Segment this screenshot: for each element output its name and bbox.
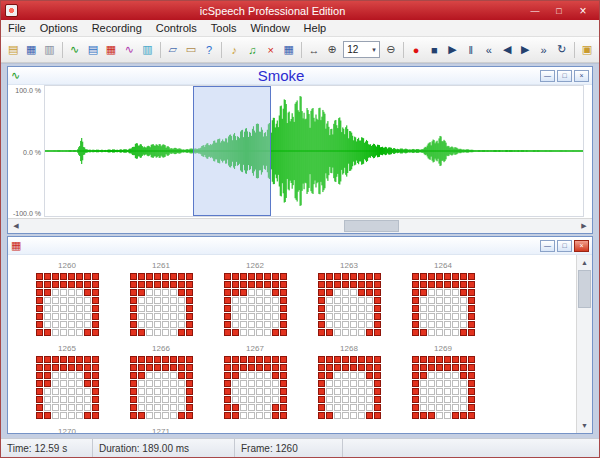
open-icon[interactable]: ▤ xyxy=(5,41,21,58)
epg-empty-cell xyxy=(68,372,75,379)
epg-frame[interactable]: 1266 xyxy=(114,344,208,419)
palatogram-close-button[interactable]: × xyxy=(574,240,589,252)
epg-contact-cell xyxy=(318,289,325,296)
status-frame: Frame: 1260 xyxy=(235,439,343,457)
epg-frame[interactable]: 1262 xyxy=(208,261,302,336)
minimize-button[interactable]: — xyxy=(523,2,547,19)
copy-icon[interactable]: ▱ xyxy=(165,41,181,58)
epg-frame[interactable]: 1261 xyxy=(114,261,208,336)
scroll-track[interactable] xyxy=(24,219,576,233)
waveform-window-titlebar: ∿ Smoke — □ × xyxy=(8,67,592,85)
title-bar: icSpeech Professional Edition — □ × xyxy=(1,1,599,20)
palatogram-maximize-button[interactable]: □ xyxy=(557,240,572,252)
scroll-left-button[interactable]: ◀ xyxy=(8,219,24,233)
menu-controls[interactable]: Controls xyxy=(149,21,204,35)
epg-empty-cell xyxy=(444,321,451,328)
epg-frame[interactable]: 1260 xyxy=(20,261,114,336)
save-icon[interactable]: ▦ xyxy=(23,41,39,58)
scroll-right-button[interactable]: ▶ xyxy=(576,219,592,233)
scroll-down-button[interactable]: ▼ xyxy=(577,418,592,433)
previous-frame-icon[interactable]: ◀ xyxy=(499,41,515,58)
epg-contact-cell xyxy=(186,396,193,403)
epg-frame[interactable]: 1263 xyxy=(302,261,396,336)
epg-empty-cell xyxy=(358,412,365,419)
pitch-display-icon[interactable]: ∿ xyxy=(121,41,137,58)
waveform-minimize-button[interactable]: — xyxy=(540,70,555,82)
close-button[interactable]: × xyxy=(571,2,595,19)
waveform-display-icon[interactable]: ∿ xyxy=(67,41,83,58)
waveform-icon: ∿ xyxy=(11,70,24,81)
epg-contact-cell xyxy=(52,356,59,363)
meter-display-icon[interactable]: ▥ xyxy=(139,41,155,58)
epg-empty-cell xyxy=(154,313,161,320)
epg-empty-cell xyxy=(170,388,177,395)
epg-contact-cell xyxy=(342,281,349,288)
menu-tools[interactable]: Tools xyxy=(204,21,244,35)
epg-frame[interactable]: 1264 xyxy=(396,261,490,336)
zoom-in-icon[interactable]: ⊕ xyxy=(324,41,340,58)
epg-empty-cell xyxy=(342,289,349,296)
epg-empty-cell xyxy=(264,404,271,411)
clear-icon[interactable]: × xyxy=(263,41,279,58)
waveform-maximize-button[interactable]: □ xyxy=(557,70,572,82)
waveform-selection[interactable] xyxy=(193,86,271,216)
epg-frame[interactable]: 1265 xyxy=(20,344,114,419)
epg-contact-cell xyxy=(162,281,169,288)
epg-empty-cell xyxy=(178,396,185,403)
epg-empty-cell xyxy=(326,313,333,320)
epg-empty-cell xyxy=(428,297,435,304)
epg-frame[interactable]: 1268 xyxy=(302,344,396,419)
play-icon[interactable]: ▶ xyxy=(444,41,460,58)
scroll-up-button[interactable]: ▲ xyxy=(577,255,592,270)
grid-icon[interactable]: ▦ xyxy=(281,41,297,58)
menu-recording[interactable]: Recording xyxy=(85,21,149,35)
menu-window[interactable]: Window xyxy=(243,21,296,35)
spectrogram-display-icon[interactable]: ▤ xyxy=(85,41,101,58)
print-icon[interactable]: ▥ xyxy=(41,41,57,58)
epg-empty-cell xyxy=(138,305,145,312)
epg-empty-cell xyxy=(428,396,435,403)
zoom-out-icon[interactable]: ⊖ xyxy=(383,41,399,58)
scroll-track[interactable] xyxy=(577,270,592,418)
epg-frame[interactable]: 1269 xyxy=(396,344,490,419)
epg-grid xyxy=(36,273,99,336)
epg-empty-cell xyxy=(342,372,349,379)
epg-empty-cell xyxy=(264,372,271,379)
play-audio-icon[interactable]: ♪ xyxy=(226,41,242,58)
menu-help[interactable]: Help xyxy=(297,21,334,35)
epg-contact-cell xyxy=(280,313,287,320)
epg-frame[interactable]: 1270 xyxy=(20,427,114,433)
epg-frame[interactable]: 1271 xyxy=(114,427,208,433)
scroll-thumb[interactable] xyxy=(578,270,591,308)
epg-empty-cell xyxy=(264,388,271,395)
menu-options[interactable]: Options xyxy=(33,21,85,35)
palatogram-display-icon[interactable]: ▦ xyxy=(103,41,119,58)
first-frame-icon[interactable]: « xyxy=(481,41,497,58)
toolbar-separator xyxy=(62,42,63,58)
last-frame-icon[interactable]: » xyxy=(535,41,551,58)
epg-empty-cell xyxy=(326,388,333,395)
settings-icon[interactable]: ▣ xyxy=(579,41,595,58)
pause-icon[interactable]: ‖ xyxy=(463,41,479,58)
epg-empty-cell xyxy=(52,313,59,320)
next-frame-icon[interactable]: ▶ xyxy=(517,41,533,58)
stop-icon[interactable]: ■ xyxy=(426,41,442,58)
paste-icon[interactable]: ▭ xyxy=(183,41,199,58)
menu-file[interactable]: File xyxy=(1,21,33,35)
fit-width-icon[interactable]: ↔ xyxy=(306,41,322,58)
epg-grid xyxy=(412,273,475,336)
scroll-thumb[interactable] xyxy=(344,220,399,232)
zoom-select[interactable]: 12▾ xyxy=(343,41,380,58)
waveform-close-button[interactable]: × xyxy=(574,70,589,82)
epg-empty-cell xyxy=(350,313,357,320)
palatogram-minimize-button[interactable]: — xyxy=(540,240,555,252)
record-audio-icon[interactable]: ♫ xyxy=(244,41,260,58)
help-icon[interactable]: ? xyxy=(201,41,217,58)
epg-empty-cell xyxy=(436,396,443,403)
epg-frame[interactable]: 1267 xyxy=(208,344,302,419)
record-icon[interactable]: ● xyxy=(408,41,424,58)
epg-frame-number: 1265 xyxy=(58,344,76,353)
waveform-plot[interactable] xyxy=(44,85,584,217)
loop-icon[interactable]: ↻ xyxy=(554,41,570,58)
maximize-button[interactable]: □ xyxy=(547,2,571,19)
